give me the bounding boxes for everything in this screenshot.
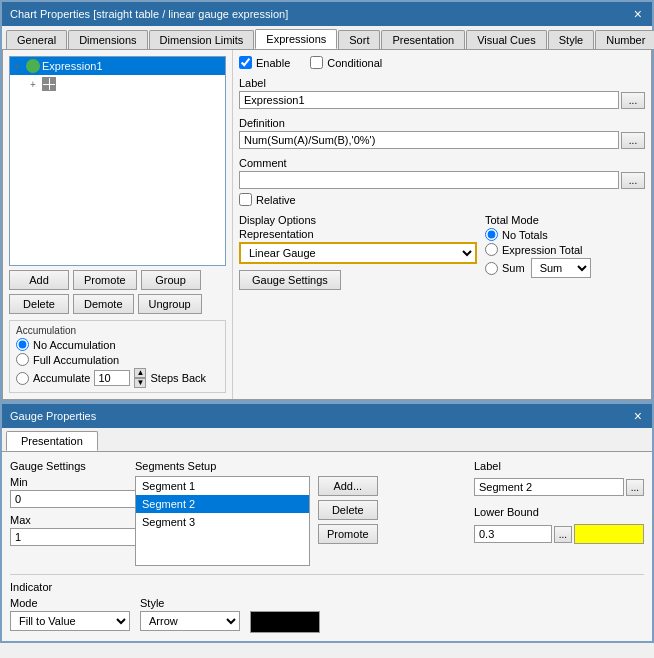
- seg-label-input[interactable]: [474, 478, 624, 496]
- indicator-color-swatch[interactable]: [250, 611, 320, 633]
- tab-general[interactable]: General: [6, 30, 67, 49]
- label-group: Label ...: [239, 77, 645, 109]
- lower-bound-color-swatch[interactable]: [574, 524, 644, 544]
- mode-select[interactable]: Fill to Value Needle Traffic Light: [10, 611, 130, 631]
- accumulate-row: Accumulate ▲ ▼ Steps Back: [16, 368, 219, 388]
- style-col: Style Arrow Circle Rectangle: [140, 597, 240, 631]
- tab-presentation[interactable]: Presentation: [381, 30, 465, 49]
- chart-tab-strip: General Dimensions Dimension Limits Expr…: [2, 26, 652, 50]
- tab-number[interactable]: Number: [595, 30, 654, 49]
- accumulate-radio[interactable]: [16, 372, 29, 385]
- representation-select[interactable]: Linear Gauge Text Image Gauge Mini Chart: [239, 242, 477, 264]
- gauge-tab-presentation[interactable]: Presentation: [6, 431, 98, 451]
- lower-bound-input-row: ...: [474, 524, 644, 544]
- comment-group: Comment ...: [239, 157, 645, 189]
- tab-expressions[interactable]: Expressions: [255, 29, 337, 49]
- gauge-content: Gauge Settings Min ... Max ... Segments …: [2, 452, 652, 641]
- tab-sort[interactable]: Sort: [338, 30, 380, 49]
- expression-total-radio[interactable]: [485, 243, 498, 256]
- sum-select[interactable]: Sum: [531, 258, 591, 278]
- conditional-checkbox-row: Conditional: [310, 56, 382, 69]
- display-options-section: Display Options Representation Linear Ga…: [239, 214, 477, 290]
- green-circle-icon: [26, 59, 40, 73]
- ungroup-button[interactable]: Ungroup: [138, 294, 202, 314]
- promote-button[interactable]: Promote: [73, 270, 137, 290]
- conditional-checkbox[interactable]: [310, 56, 323, 69]
- min-label: Min: [10, 476, 125, 488]
- no-totals-label: No Totals: [502, 229, 548, 241]
- gauge-title: Gauge Properties: [10, 410, 96, 422]
- definition-input[interactable]: [239, 131, 619, 149]
- tree-item-grid[interactable]: +: [10, 75, 225, 93]
- comment-btn[interactable]: ...: [621, 172, 645, 189]
- steps-input[interactable]: [94, 370, 130, 386]
- spin-down[interactable]: ▼: [134, 378, 146, 388]
- chart-main-content: + Expression1 + Add Promote Group: [2, 50, 652, 400]
- enable-checkbox[interactable]: [239, 56, 252, 69]
- gauge-close-button[interactable]: ×: [632, 409, 644, 423]
- total-mode-section: Total Mode No Totals Expression Total Su…: [485, 214, 645, 280]
- segments-add-btn[interactable]: Add...: [318, 476, 378, 496]
- gauge-properties-dialog: Gauge Properties × Presentation Gauge Se…: [0, 402, 654, 643]
- demote-button[interactable]: Demote: [73, 294, 134, 314]
- segments-section: Segments Setup Segment 1 Segment 2 Segme…: [135, 460, 464, 566]
- definition-field-title: Definition: [239, 117, 645, 129]
- segment-item-2[interactable]: Segment 2: [136, 495, 309, 513]
- comment-field-title: Comment: [239, 157, 645, 169]
- label-btn[interactable]: ...: [621, 92, 645, 109]
- segments-promote-btn[interactable]: Promote: [318, 524, 378, 544]
- no-accumulation-radio[interactable]: [16, 338, 29, 351]
- add-button[interactable]: Add: [9, 270, 69, 290]
- lower-bound-input[interactable]: [474, 525, 552, 543]
- group-button[interactable]: Group: [141, 270, 201, 290]
- chart-title-bar: Chart Properties [straight table / linea…: [2, 2, 652, 26]
- accumulation-section: Accumulation No Accumulation Full Accumu…: [9, 320, 226, 393]
- chart-close-button[interactable]: ×: [632, 7, 644, 21]
- style-label: Style: [140, 597, 240, 609]
- tree-item-label: Expression1: [42, 60, 103, 72]
- delete-button[interactable]: Delete: [9, 294, 69, 314]
- expand-icon: +: [14, 61, 24, 72]
- gauge-settings-button[interactable]: Gauge Settings: [239, 270, 341, 290]
- full-accumulation-label: Full Accumulation: [33, 354, 119, 366]
- no-totals-radio[interactable]: [485, 228, 498, 241]
- label-input[interactable]: [239, 91, 619, 109]
- segments-list: Segment 1 Segment 2 Segment 3: [135, 476, 310, 566]
- segment-item-3[interactable]: Segment 3: [136, 513, 309, 531]
- tab-style[interactable]: Style: [548, 30, 594, 49]
- label-lb-section: Label ... Lower Bound ...: [474, 460, 644, 550]
- expression-button-row-1: Add Promote Group: [9, 270, 226, 290]
- segments-title: Segments Setup: [135, 460, 464, 472]
- segment-item-1[interactable]: Segment 1: [136, 477, 309, 495]
- seg-label-btn[interactable]: ...: [626, 479, 644, 496]
- no-accumulation-label: No Accumulation: [33, 339, 116, 351]
- max-label: Max: [10, 514, 125, 526]
- comment-input-row: ...: [239, 171, 645, 189]
- tab-dimensions[interactable]: Dimensions: [68, 30, 147, 49]
- relative-row: Relative: [239, 193, 645, 206]
- display-options-row: Display Options Representation Linear Ga…: [239, 214, 645, 290]
- no-totals-row: No Totals: [485, 228, 645, 241]
- relative-checkbox[interactable]: [239, 193, 252, 206]
- segments-delete-btn[interactable]: Delete: [318, 500, 378, 520]
- style-select[interactable]: Arrow Circle Rectangle: [140, 611, 240, 631]
- grid-icon: [42, 77, 56, 91]
- sum-radio[interactable]: [485, 262, 498, 275]
- lower-bound-title: Lower Bound: [474, 506, 644, 518]
- full-accumulation-radio[interactable]: [16, 353, 29, 366]
- gauge-settings-section: Gauge Settings Min ... Max ...: [10, 460, 125, 552]
- sum-row: Sum Sum: [485, 258, 645, 278]
- display-options-title: Display Options: [239, 214, 477, 226]
- comment-input[interactable]: [239, 171, 619, 189]
- expression-total-row: Expression Total: [485, 243, 645, 256]
- definition-group: Definition ...: [239, 117, 645, 149]
- seg-label-input-row: ...: [474, 478, 644, 496]
- indicator-title: Indicator: [10, 581, 644, 593]
- lower-bound-btn[interactable]: ...: [554, 526, 572, 543]
- tab-dimension-limits[interactable]: Dimension Limits: [149, 30, 255, 49]
- definition-btn[interactable]: ...: [621, 132, 645, 149]
- tree-item-expression1[interactable]: + Expression1: [10, 57, 225, 75]
- label-input-row: ...: [239, 91, 645, 109]
- tab-visual-cues[interactable]: Visual Cues: [466, 30, 547, 49]
- spin-up[interactable]: ▲: [134, 368, 146, 378]
